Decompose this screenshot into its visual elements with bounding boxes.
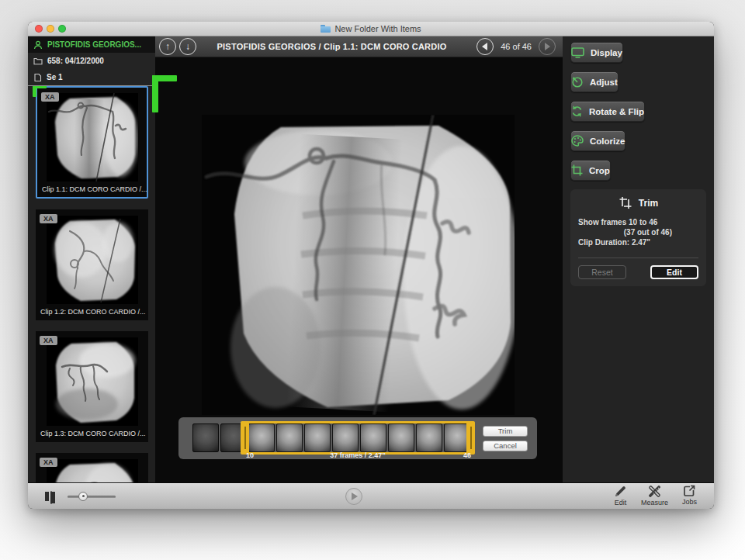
sidebar: PISTOFIDIS GEORGIOS... 658: 04/12/2000 S…: [28, 36, 155, 482]
thumbnail-label: Clip 1.3: DCM CORO CARDIO /...: [36, 426, 148, 439]
jobs-tool-label: Jobs: [682, 498, 697, 506]
viewer: ↑ ↓ PISTOFIDIS GEORGIOS / Clip 1.1: DCM …: [155, 36, 563, 482]
colorize-icon: [571, 135, 584, 147]
crop-icon: [571, 164, 583, 176]
frame-position: 46 of 46: [501, 42, 532, 51]
active-corner-bracket-icon: [33, 86, 47, 97]
study-label: 658: 04/12/2000: [47, 57, 104, 65]
app-window: New Folder With Items PISTOFIDIS GEORGIO…: [28, 22, 714, 509]
crop-button[interactable]: Crop: [570, 160, 611, 181]
trim-frames-count: (37 out of 46): [578, 227, 698, 237]
trim-start-handle[interactable]: [241, 421, 249, 455]
person-icon: [33, 40, 43, 50]
series-label: Se 1: [47, 73, 63, 81]
trim-edit-button[interactable]: Edit: [650, 265, 698, 279]
sidebar-item-patient[interactable]: PISTOFIDIS GEORGIOS...: [28, 36, 155, 53]
trim-panel: Trim Show frames 10 to 46 (37 out of 46)…: [570, 189, 706, 286]
play-icon: [352, 493, 358, 500]
adjust-button[interactable]: Adjust: [570, 71, 619, 92]
sidebar-item-study[interactable]: 658: 04/12/2000: [28, 53, 155, 69]
patient-name: PISTOFIDIS GEORGIOS...: [47, 40, 141, 49]
edit-tool-button[interactable]: Edit: [614, 485, 627, 506]
zoom-slider-knob[interactable]: [78, 492, 88, 501]
window-title: New Folder With Items: [334, 24, 421, 33]
trim-divider: [578, 258, 698, 258]
timeline-frame: [304, 423, 331, 452]
trim-cancel-button[interactable]: Cancel: [483, 441, 528, 451]
display-icon: [571, 47, 584, 58]
timeline-frame: [192, 423, 219, 452]
left-arrow-icon: [482, 43, 487, 50]
measure-icon: [647, 485, 662, 498]
crop-label: Crop: [589, 166, 610, 175]
rotate-flip-icon: [571, 105, 583, 117]
thumbnail-clip-1-4[interactable]: XA: [36, 453, 148, 482]
colorize-button[interactable]: Colorize: [570, 130, 625, 151]
trim-frames-range: Show frames 10 to 46: [578, 217, 698, 227]
trim-icon: [619, 196, 632, 209]
jobs-tool-button[interactable]: Jobs: [682, 485, 697, 506]
zoom-slider[interactable]: [68, 491, 116, 502]
trim-end-frame: 46: [458, 451, 476, 459]
sidebar-toggle-button[interactable]: [45, 492, 57, 501]
trim-clip-duration: Clip Duration: 2.47": [578, 237, 698, 247]
folder-icon: [321, 25, 331, 33]
sidebar-toggle-icon: [50, 491, 52, 504]
timeline-frame: [332, 423, 359, 452]
rotate-flip-button[interactable]: Rotate & Flip: [570, 101, 645, 122]
main-image-canvas[interactable]: [202, 115, 515, 415]
next-series-button[interactable]: ↓: [179, 38, 196, 55]
study-folder-icon: [33, 57, 43, 65]
trim-panel-title: Trim: [639, 198, 658, 209]
adjust-label: Adjust: [590, 78, 618, 87]
trim-frames-summary: 37 frames / 2.47": [256, 451, 459, 459]
modality-badge: XA: [40, 214, 57, 223]
timeline-frame: [360, 423, 386, 452]
active-viewport-bracket-icon: [152, 75, 177, 112]
modality-badge: XA: [40, 458, 57, 467]
trim-timeline: 10 37 frames / 2.47" 46 Trim Cancel: [178, 417, 537, 459]
thumbnail-image: [47, 459, 138, 482]
trim-end-handle[interactable]: [466, 421, 475, 455]
timeline-frames: [192, 423, 470, 452]
thumbnail-clip-1-2[interactable]: XA Clip 1.2: DCM: [36, 209, 148, 320]
edit-tool-label: Edit: [615, 499, 627, 506]
pencil-icon: [614, 485, 627, 498]
measure-tool-label: Measure: [641, 499, 668, 506]
series-document-icon: [33, 73, 42, 82]
display-button[interactable]: Display: [570, 42, 623, 63]
rotate-flip-label: Rotate & Flip: [589, 107, 644, 116]
thumbnail-list: XA: [28, 86, 155, 482]
measure-tool-button[interactable]: Measure: [641, 485, 668, 506]
trim-confirm-button[interactable]: Trim: [483, 426, 528, 437]
tools-panel: Display Adjust Rotate & Flip: [563, 36, 714, 482]
prev-series-button[interactable]: ↑: [159, 38, 176, 55]
jobs-export-icon: [683, 485, 695, 497]
thumbnail-clip-1-3[interactable]: XA Clip 1.3: DCM CORO CARDIO /: [36, 331, 148, 442]
play-button[interactable]: [345, 488, 362, 505]
modality-badge: XA: [40, 336, 57, 345]
timeline-frame: [248, 423, 275, 452]
viewer-title: PISTOFIDIS GEORGIOS / Clip 1.1: DCM CORO…: [202, 42, 462, 51]
zoom-slider-track[interactable]: [68, 496, 116, 498]
thumbnail-clip-1-1[interactable]: XA: [36, 86, 148, 199]
main-area: PISTOFIDIS GEORGIOS... 658: 04/12/2000 S…: [28, 36, 714, 482]
trim-reset-button[interactable]: Reset: [578, 265, 626, 279]
thumbnail-image: [47, 216, 138, 304]
next-frame-button[interactable]: [539, 38, 556, 55]
display-label: Display: [591, 48, 622, 57]
thumbnail-label: Clip 1.2: DCM CORO CARDIO /...: [36, 304, 148, 317]
thumbnail-image: [47, 337, 138, 426]
timeline-frame: [276, 423, 303, 452]
viewer-toolbar: ↑ ↓ PISTOFIDIS GEORGIOS / Clip 1.1: DCM …: [155, 36, 563, 57]
adjust-icon: [571, 76, 584, 88]
colorize-label: Colorize: [590, 137, 625, 146]
previous-frame-button[interactable]: [476, 38, 494, 55]
timeline-frame: [416, 423, 442, 452]
titlebar: New Folder With Items: [28, 22, 714, 36]
thumbnail-image: [47, 93, 138, 181]
sidebar-item-series[interactable]: Se 1: [28, 69, 155, 85]
bottom-toolbar: Edit Measure Jo: [28, 482, 714, 509]
right-arrow-icon: [545, 43, 550, 50]
timeline-frame: [388, 423, 414, 452]
